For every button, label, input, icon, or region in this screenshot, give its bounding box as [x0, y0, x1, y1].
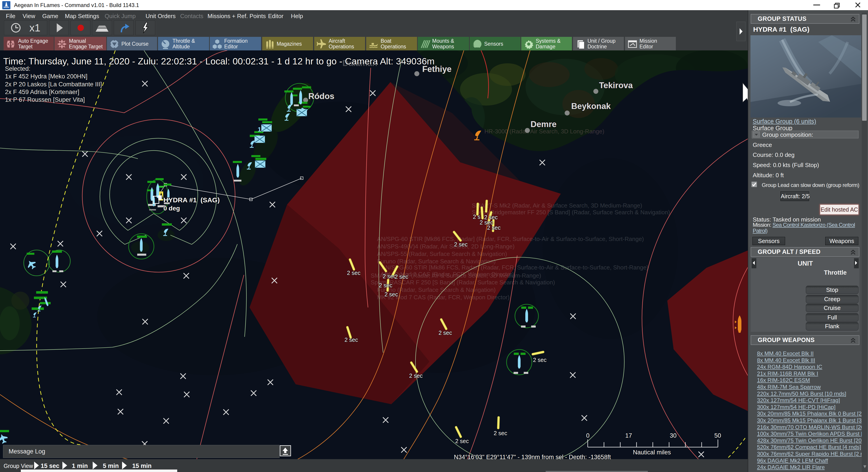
svg-text:2 sec: 2 sec — [533, 357, 547, 363]
svg-text:2 sec: 2 sec — [384, 291, 398, 297]
svg-text:x1: x1 — [29, 22, 40, 34]
svg-text:15 sec: 15 sec — [41, 463, 59, 469]
svg-text:2 sec: 2 sec — [494, 430, 507, 436]
svg-text:Nautical miles: Nautical miles — [633, 449, 671, 456]
svg-text:AN/SPG-60 STIR [Mk86 FCS, Rada: AN/SPG-60 STIR [Mk86 FCS, Radar] (Radar,… — [377, 235, 644, 242]
svg-text:30: 30 — [670, 432, 677, 439]
svg-text:2 sec: 2 sec — [454, 241, 468, 248]
svg-text:2 sec: 2 sec — [438, 329, 452, 336]
svg-text:0 deg: 0 deg — [163, 205, 180, 212]
svg-text:1x P 67 Roussen [Super Vita]: 1x P 67 Roussen [Super Vita] — [5, 96, 85, 103]
svg-text:AN/SPG-60 STIR [Mk86 FCS, Rada: AN/SPG-60 STIR [Mk86 FCS, Radar] (Radar,… — [381, 264, 649, 271]
svg-text:Tekirova: Tekirova — [599, 81, 633, 90]
svg-text:2 sec: 2 sec — [383, 273, 396, 279]
svg-text:AN/SPS-49(V)4 (Radar, Air Sear: AN/SPS-49(V)4 (Radar, Air Search, 2D Lon… — [377, 243, 515, 250]
svg-text:Sperry RASCAR F 250 [S Band] (: Sperry RASCAR F 250 [S Band] (Radar, Sur… — [371, 279, 555, 286]
svg-text:SMART-S Mk2 (Radar, Air & Surf: SMART-S Mk2 (Radar, Air & Surface Search… — [472, 202, 642, 209]
svg-text:50: 50 — [714, 432, 721, 439]
svg-text:Time: Thursday, June 11, 2020: Time: Thursday, June 11, 2020 - Zulu: 22… — [3, 56, 434, 66]
svg-text:2x P 20 Laskos [La Combattante: 2x P 20 Laskos [La Combattante III] — [5, 81, 102, 88]
svg-text:Group View: Group View — [4, 463, 33, 469]
svg-text:1: 1 — [258, 126, 261, 133]
svg-text:2 sec: 2 sec — [487, 224, 501, 231]
svg-text:Furuno (Radar, Surface Search: Furuno (Radar, Surface Search & Navigati… — [377, 258, 496, 265]
svg-text:Demre: Demre — [530, 120, 557, 129]
svg-text:2 s: 2 s — [473, 214, 480, 220]
svg-text:17: 17 — [625, 432, 632, 439]
svg-text:Selected:: Selected: — [5, 65, 31, 72]
svg-text:2 sec: 2 sec — [344, 337, 358, 343]
svg-text:2x F 459 Adrias [Kortenaer]: 2x F 459 Adrias [Kortenaer] — [5, 89, 79, 95]
svg-text:2 sec: 2 sec — [409, 373, 423, 379]
svg-text:1x F 452 Hydra [Meko 200HN]: 1x F 452 Hydra [Meko 200HN] — [5, 73, 88, 80]
svg-text:AN/SPS-55 (Radar, Surface Sear: AN/SPS-55 (Radar, Surface Search & Navig… — [377, 250, 507, 257]
svg-text:15 min: 15 min — [132, 463, 152, 469]
svg-text:Ródos: Ródos — [308, 92, 334, 101]
svg-text:0: 0 — [586, 432, 590, 439]
svg-text:2 sec: 2 sec — [395, 274, 408, 280]
svg-text:Beykonak: Beykonak — [571, 101, 611, 111]
svg-text:2 sec: 2 sec — [347, 270, 361, 276]
svg-text:5 min: 5 min — [103, 463, 119, 469]
svg-text:2 sec: 2 sec — [379, 282, 393, 288]
svg-text:Message Log: Message Log — [8, 448, 45, 455]
svg-text:2 sec: 2 sec — [455, 438, 469, 444]
svg-text:HYDRA #1 (SAG): HYDRA #1 (SAG) — [163, 196, 220, 204]
svg-text:Sperry Bridgemaster FF 250 [S: Sperry Bridgemaster FF 250 [S Band] (Rad… — [472, 209, 670, 216]
svg-text:HR-3000 (Radar, Air Search, 3D: HR-3000 (Radar, Air Search, 3D Long-Rang… — [485, 128, 604, 135]
svg-text:1 min: 1 min — [72, 463, 88, 469]
